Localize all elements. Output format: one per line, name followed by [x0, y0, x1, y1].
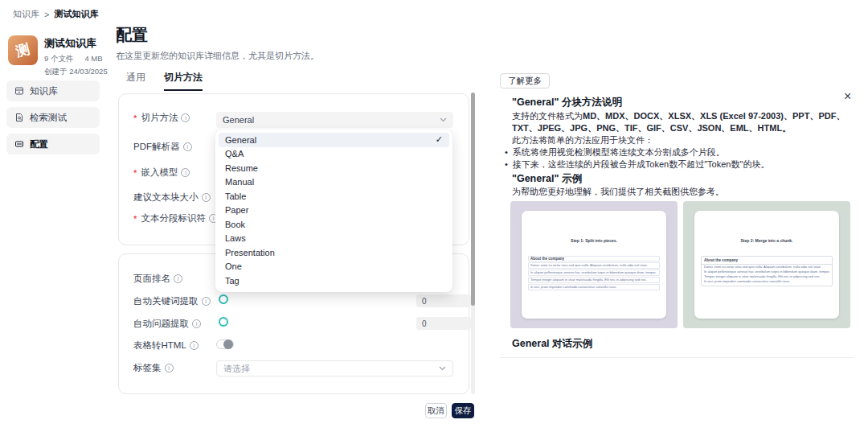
auto-keyword-slider[interactable] — [219, 294, 228, 304]
dropdown-option-qa[interactable]: Q&A — [219, 147, 449, 162]
table-to-html-toggle[interactable] — [216, 340, 234, 349]
preview1-title: Step 1: Split into pieces. — [528, 238, 660, 243]
chunk-size-label: 建议文本块大小 — [133, 191, 211, 204]
delimiter-label: 文本分段标识符 — [133, 212, 218, 224]
chunk-method-select[interactable]: General — [216, 112, 453, 128]
dialogue-example-title: General 对话示例 — [512, 337, 850, 351]
auto-keyword-input[interactable]: 0 — [416, 294, 471, 307]
kb-name: 测试知识库 — [44, 36, 108, 51]
sidebar-menu: 知识库 检索测试 配置 — [6, 80, 100, 154]
chevron-down-icon — [440, 117, 447, 122]
kb-avatar: 测 — [8, 35, 38, 65]
info-icon — [165, 364, 174, 372]
breadcrumb-kb-link[interactable]: 知识库 — [13, 8, 39, 20]
dropdown-option-presentation[interactable]: Presentation — [219, 245, 449, 260]
tag-sets-label: 标签集 — [133, 362, 174, 374]
config-tabs: 通用 切片方法 — [126, 71, 203, 91]
settings-icon — [14, 139, 24, 149]
kb-configuration-page: 知识库 > 测试知识库 测 测试知识库 9 个文件 4 MB 创建于 24/03… — [0, 0, 868, 428]
info-icon — [202, 193, 211, 202]
preview2-title: Step 2: Merge into a chunk. — [701, 238, 833, 243]
example-previews: Step 1: Split into pieces. About the com… — [510, 201, 850, 328]
method-bullet-list: 系统将使用视觉检测模型将连续文本分割成多个片段。 接下来，这些连续的片段被合并成… — [505, 146, 850, 170]
info-icon — [190, 341, 199, 350]
example-section-title: "General" 示例 — [512, 172, 850, 186]
chevron-down-icon — [439, 366, 446, 371]
auto-keyword-label: 自动关键词提取 — [133, 295, 211, 307]
check-icon: ✓ — [436, 134, 443, 145]
dropdown-option-paper[interactable]: Paper — [219, 204, 449, 218]
kb-size: 4 MB — [84, 54, 102, 64]
supported-formats-text: 支持的文件格式为MD、MDX、DOCX、XLSX、XLS (Excel 97-2… — [512, 110, 850, 146]
dropdown-option-laws[interactable]: Laws — [219, 232, 449, 246]
pdf-parser-label: PDF解析器 — [133, 141, 192, 153]
breadcrumb-separator: > — [44, 10, 49, 19]
embedding-model-label: 嵌入模型 — [133, 167, 190, 179]
divider — [500, 357, 854, 358]
form-scrollbar-thumb[interactable] — [471, 93, 475, 306]
info-icon — [183, 142, 192, 151]
sidebar-item-retrieval-test[interactable]: 检索测试 — [6, 107, 100, 128]
info-icon — [174, 274, 182, 283]
tab-chunk-method[interactable]: 切片方法 — [164, 71, 203, 91]
cancel-button[interactable]: 取消 — [425, 403, 447, 418]
dropdown-option-book[interactable]: Book — [219, 217, 449, 232]
preview2-heading: About the company — [702, 257, 832, 265]
preview1-heading: About the company — [528, 256, 660, 261]
info-icon — [181, 168, 190, 177]
breadcrumb: 知识库 > 测试知识库 — [13, 8, 98, 20]
auto-question-slider[interactable] — [219, 317, 228, 327]
example-section-desc: 为帮助您更好地理解，我们提供了相关截图供您参考。 — [512, 186, 850, 198]
learn-more-button[interactable]: 了解更多 — [500, 73, 550, 88]
page-title: 配置 — [116, 24, 148, 46]
method-description-title: "General" 分块方法说明 — [512, 96, 850, 109]
dropdown-option-general[interactable]: General ✓ — [219, 133, 449, 147]
dropdown-option-manual[interactable]: Manual — [219, 175, 449, 190]
dropdown-option-tag[interactable]: Tag — [219, 274, 449, 288]
info-icon — [181, 113, 190, 122]
dropdown-option-resume[interactable]: Resume — [219, 161, 449, 175]
tab-general[interactable]: 通用 — [126, 71, 145, 91]
sidebar-item-configuration[interactable]: 配置 — [6, 134, 100, 154]
kb-profile: 测 测试知识库 9 个文件 4 MB 创建于 24/03/2025 — [8, 35, 108, 77]
kb-created-date: 创建于 24/03/2025 — [44, 67, 108, 77]
tag-sets-select[interactable]: 请选择 — [216, 360, 453, 377]
form-scrollbar-track[interactable] — [471, 93, 475, 394]
auto-question-label: 自动问题提取 — [133, 318, 201, 330]
dropdown-option-one[interactable]: One — [219, 260, 449, 274]
chunk-method-label: 切片方法 — [133, 112, 190, 124]
info-icon — [192, 319, 201, 328]
split-example-image: Step 1: Split into pieces. About the com… — [510, 201, 678, 328]
merge-example-image: Step 2: Merge into a chunk. About the co… — [683, 201, 850, 328]
dataset-icon — [14, 86, 24, 96]
chunk-method-dropdown: General ✓ Q&A Resume Manual Table Paper … — [215, 130, 452, 292]
sidebar-item-knowledge-base[interactable]: 知识库 — [6, 80, 100, 101]
page-subtitle: 在这里更新您的知识库详细信息，尤其是切片方法。 — [116, 50, 319, 62]
page-rank-label: 页面排名 — [133, 273, 182, 285]
kb-file-count: 9 个文件 — [44, 54, 73, 64]
auto-question-input[interactable]: 0 — [416, 317, 471, 330]
save-button[interactable]: 保存 — [452, 403, 474, 418]
dropdown-option-table[interactable]: Table — [219, 189, 449, 204]
file-search-icon — [14, 113, 24, 122]
breadcrumb-current: 测试知识库 — [54, 8, 98, 20]
info-icon — [202, 297, 211, 306]
table-to-html-label: 表格转HTML — [133, 340, 199, 352]
